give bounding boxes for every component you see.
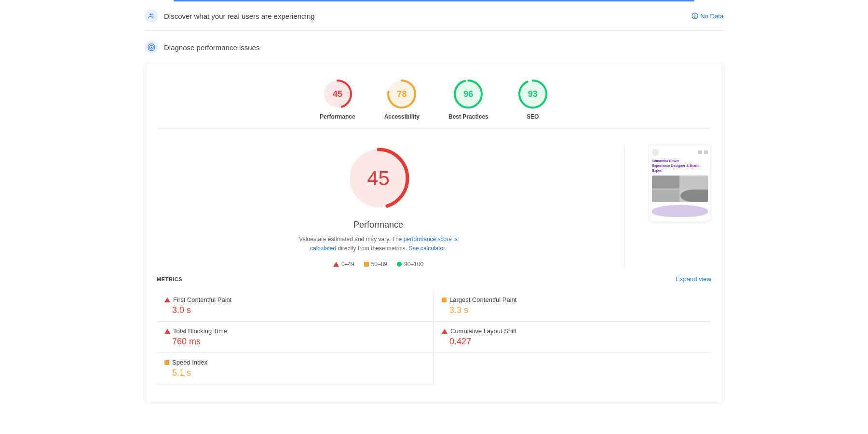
page-wrapper: Discover what your real users are experi…	[0, 0, 868, 434]
legend-orange-icon	[364, 262, 369, 267]
cls-status-icon	[442, 329, 448, 334]
diagnose-section: Diagnose performance issues 45	[145, 31, 723, 409]
svg-point-1	[151, 14, 153, 15]
no-data-label: No Data	[700, 13, 723, 20]
screenshot-right: Samantha Bower Experience Designer & Bra…	[649, 145, 711, 221]
expand-view-button[interactable]: Expand view	[676, 275, 711, 283]
metric-item-fcp: First Contentful Paint 3.0 s	[157, 290, 434, 322]
score-item-accessibility[interactable]: 78 Accessibility	[384, 79, 420, 120]
no-data-badge[interactable]: i No Data	[692, 13, 723, 20]
si-value: 5.1 s	[164, 368, 426, 378]
calculator-link[interactable]: See calculator	[408, 245, 445, 252]
score-label-best-practices: Best Practices	[448, 113, 488, 120]
metrics-title: METRICS	[157, 276, 182, 282]
vertical-divider	[624, 145, 624, 268]
discover-text: Discover what your real users are experi…	[164, 12, 315, 20]
score-circle-accessibility: 78	[386, 79, 417, 109]
screenshot-controls	[698, 150, 708, 154]
users-icon	[148, 12, 155, 20]
img-quad-3	[652, 190, 679, 203]
discover-section: Discover what your real users are experi…	[145, 1, 723, 31]
svg-text:i: i	[694, 14, 696, 19]
score-item-performance[interactable]: 45 Performance	[320, 79, 355, 120]
score-circles-row: 45 Performance 78 Accessi	[157, 74, 711, 130]
svg-point-0	[149, 14, 151, 15]
diagnose-icon-svg	[148, 43, 155, 51]
score-label-seo: SEO	[527, 113, 539, 120]
performance-title: Performance	[353, 220, 403, 230]
cls-name: Cumulative Layout Shift	[450, 327, 516, 335]
legend-orange: 50–89	[364, 261, 387, 268]
metric-item-si: Speed Index 5.1 s	[157, 353, 434, 384]
desc-mid: directly from these metrics.	[336, 245, 408, 252]
metrics-header: METRICS Expand view	[157, 275, 711, 283]
legend-red-label: 0–49	[341, 261, 354, 268]
performance-left: 45 Performance Values are estimated and …	[157, 145, 600, 268]
performance-desc: Values are estimated and may vary. The p…	[297, 235, 461, 253]
legend-green: 90–100	[397, 261, 423, 268]
discover-icon	[145, 9, 158, 23]
fcp-name: First Contentful Paint	[173, 296, 231, 303]
metrics-grid: First Contentful Paint 3.0 s Largest Con…	[157, 290, 711, 384]
screenshot-blob	[652, 205, 708, 217]
fcp-value: 3.0 s	[164, 305, 426, 315]
lcp-status-icon	[442, 298, 447, 302]
metric-header-cls: Cumulative Layout Shift	[442, 327, 704, 335]
screenshot-name: Samantha Bower Experience Designer & Bra…	[652, 159, 708, 173]
metric-header-lcp: Largest Contentful Paint	[442, 296, 704, 303]
screenshot-image-area	[652, 176, 708, 202]
score-circle-seo: 93	[517, 79, 548, 109]
score-value-seo: 93	[528, 89, 538, 99]
legend-orange-label: 50–89	[371, 261, 387, 268]
score-value-performance: 45	[333, 89, 342, 99]
desc-end: .	[445, 245, 447, 252]
tbt-value: 760 ms	[164, 337, 426, 347]
legend-green-icon	[397, 262, 402, 267]
screenshot-favicon	[652, 149, 659, 156]
screenshot-preview: Samantha Bower Experience Designer & Bra…	[649, 145, 711, 221]
metric-header-fcp: First Contentful Paint	[164, 296, 426, 303]
score-circle-best-practices: 96	[453, 79, 484, 109]
screenshot-text-block: Samantha Bower Experience Designer & Bra…	[652, 159, 708, 173]
info-icon: i	[692, 13, 698, 19]
fcp-status-icon	[164, 298, 170, 302]
metric-header-tbt: Total Blocking Time	[164, 327, 426, 335]
metric-item-tbt: Total Blocking Time 760 ms	[157, 322, 434, 353]
tbt-status-icon	[164, 329, 170, 334]
screenshot-dot-1	[698, 150, 702, 154]
tbt-name: Total Blocking Time	[173, 327, 227, 335]
score-card: 45 Performance 78 Accessi	[145, 62, 723, 404]
metrics-section: METRICS Expand view First Contentful Pai…	[157, 268, 711, 392]
img-quad-2	[680, 176, 708, 189]
metric-item-lcp: Largest Contentful Paint 3.3 s	[434, 290, 711, 322]
desc-static: Values are estimated and may vary. The	[299, 236, 404, 243]
metric-item-cls: Cumulative Layout Shift 0.427	[434, 322, 711, 353]
legend-row: 0–49 50–89 90–100	[333, 261, 423, 268]
diagnose-header: Diagnose performance issues	[145, 41, 723, 54]
si-name: Speed Index	[172, 359, 207, 366]
lcp-value: 3.3 s	[442, 305, 704, 315]
screenshot-dot-2	[704, 150, 708, 154]
score-value-best-practices: 96	[463, 89, 473, 99]
cls-value: 0.427	[442, 337, 704, 347]
score-circle-performance: 45	[322, 79, 353, 109]
diagnose-icon	[145, 41, 158, 54]
score-item-best-practices[interactable]: 96 Best Practices	[448, 79, 488, 120]
img-quad-1	[652, 176, 679, 189]
legend-green-label: 90–100	[404, 261, 423, 268]
score-label-performance: Performance	[320, 113, 355, 120]
discover-left: Discover what your real users are experi…	[145, 9, 315, 23]
big-circle-number: 45	[367, 167, 390, 190]
diagnose-title: Diagnose performance issues	[164, 43, 259, 52]
si-status-icon	[164, 360, 169, 365]
score-label-accessibility: Accessibility	[384, 113, 420, 120]
performance-main: 45 Performance Values are estimated and …	[157, 130, 711, 268]
svg-point-6	[151, 47, 152, 48]
score-value-accessibility: 78	[397, 89, 407, 99]
score-item-seo[interactable]: 93 SEO	[517, 79, 548, 120]
metric-header-si: Speed Index	[164, 359, 426, 366]
big-performance-circle: 45	[345, 145, 412, 212]
legend-red: 0–49	[333, 261, 354, 268]
legend-red-icon	[333, 262, 339, 267]
img-quad-4	[680, 190, 708, 203]
